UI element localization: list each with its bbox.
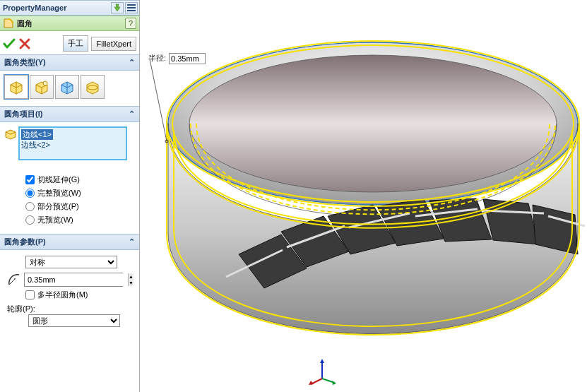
feature-name: 圆角 bbox=[17, 18, 122, 29]
fillet-icon bbox=[3, 18, 14, 29]
selected-edge[interactable]: 边线<2> bbox=[21, 140, 124, 150]
feature-title-bar: 圆角 ? bbox=[0, 16, 139, 31]
fillet-items-header[interactable]: 圆角项目(I) ⌃ bbox=[0, 106, 139, 122]
spin-up[interactable]: ▲ bbox=[129, 273, 134, 280]
panel-title: PropertyManager bbox=[1, 4, 109, 12]
cancel-button[interactable] bbox=[18, 37, 31, 50]
tangent-propagation-checkbox[interactable] bbox=[25, 175, 35, 184]
svg-line-9 bbox=[150, 59, 167, 141]
callout-input[interactable] bbox=[169, 53, 206, 64]
edge-icon bbox=[4, 128, 17, 141]
full-preview-radio[interactable] bbox=[25, 189, 35, 198]
ring-model bbox=[140, 0, 587, 392]
property-manager-panel: PropertyManager 圆角 ? 手工 FilletXpert 圆角类型… bbox=[0, 0, 140, 392]
fillet-type-face[interactable] bbox=[55, 75, 79, 99]
confirm-bar: 手工 FilletXpert bbox=[0, 31, 139, 54]
pin-panel-button[interactable] bbox=[111, 2, 124, 13]
radius-callout[interactable]: 半径: bbox=[147, 52, 206, 64]
symmetry-select[interactable]: 对称 bbox=[25, 256, 117, 268]
spin-down[interactable]: ▼ bbox=[129, 280, 134, 286]
selection-box[interactable]: 边线<1> 边线<2> bbox=[18, 126, 127, 160]
multi-radius-checkbox[interactable] bbox=[25, 290, 35, 299]
svg-point-6 bbox=[189, 55, 557, 192]
radius-spinner[interactable]: ▲ ▼ bbox=[24, 273, 123, 287]
no-preview-radio[interactable] bbox=[25, 215, 35, 225]
profile-select[interactable]: 圆形 bbox=[28, 314, 120, 327]
fillet-type-header[interactable]: 圆角类型(Y) ⌃ bbox=[0, 54, 139, 71]
filletxpert-tab[interactable]: FilletXpert bbox=[91, 37, 136, 51]
collapse-icon: ⌃ bbox=[129, 237, 135, 247]
collapse-icon: ⌃ bbox=[129, 109, 135, 119]
fillet-type-variable[interactable] bbox=[30, 75, 54, 99]
fillet-params-body: 对称 ▲ ▼ 多半径圆角(M) 轮廓(P): 圆形 bbox=[0, 250, 139, 336]
orientation-triad[interactable] bbox=[308, 357, 336, 386]
fillet-type-constant[interactable] bbox=[4, 75, 28, 99]
radius-input[interactable] bbox=[25, 273, 128, 286]
manual-tab[interactable]: 手工 bbox=[63, 35, 88, 52]
ok-button[interactable] bbox=[3, 37, 16, 50]
collapse-icon: ⌃ bbox=[129, 58, 135, 67]
panel-menu-button[interactable] bbox=[125, 2, 138, 13]
help-button[interactable]: ? bbox=[125, 18, 136, 29]
svg-rect-2 bbox=[127, 10, 136, 11]
fillet-type-full-round[interactable] bbox=[81, 75, 105, 99]
svg-point-3 bbox=[43, 81, 47, 85]
viewport-3d[interactable] bbox=[140, 0, 587, 392]
radius-icon bbox=[7, 273, 21, 287]
selected-edge[interactable]: 边线<1> bbox=[21, 129, 53, 140]
fillet-params-header[interactable]: 圆角参数(P) ⌃ bbox=[0, 234, 139, 250]
svg-rect-1 bbox=[127, 7, 136, 8]
callout-label: 半径: bbox=[147, 52, 167, 64]
profile-label: 轮廓(P): bbox=[7, 304, 35, 313]
fillet-type-body bbox=[0, 71, 139, 106]
svg-rect-0 bbox=[127, 4, 136, 6]
partial-preview-radio[interactable] bbox=[25, 202, 35, 211]
panel-title-bar: PropertyManager bbox=[0, 0, 139, 16]
fillet-items-body: 边线<1> 边线<2> 切线延伸(G) 完整预览(W) 部分预览(P) 无预览(… bbox=[0, 122, 139, 234]
